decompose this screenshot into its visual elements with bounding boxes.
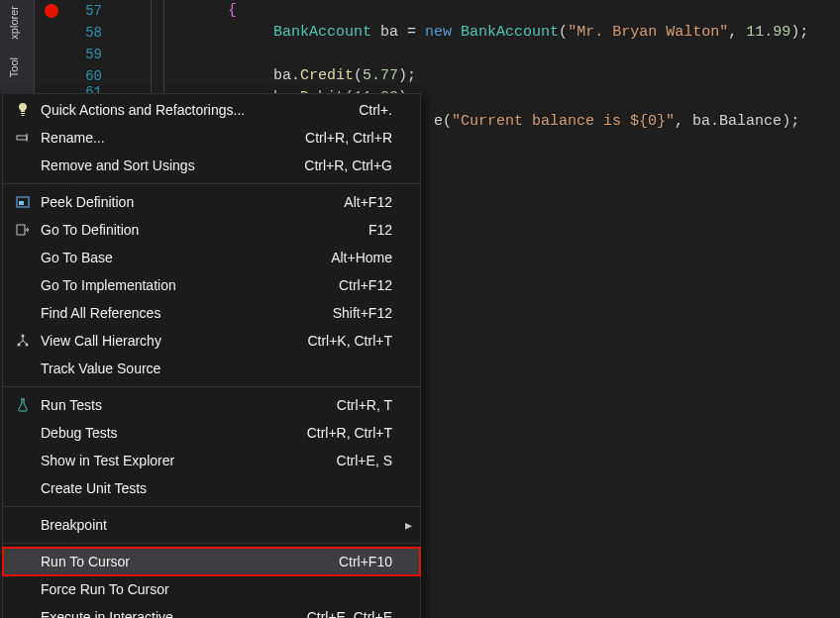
menu-item-shortcut: Alt+Home	[331, 250, 412, 265]
menu-separator	[3, 543, 420, 544]
code-line[interactable]: ba.Credit(5.77);	[139, 65, 840, 87]
peek-icon	[11, 194, 35, 210]
menu-item-find-all-references[interactable]: Find All ReferencesShift+F12	[3, 299, 420, 327]
menu-item-shortcut: Ctrl+R, T	[337, 397, 412, 413]
menu-item-go-to-base[interactable]: Go To BaseAlt+Home	[3, 244, 420, 271]
menu-item-execute-in-interactive[interactable]: Execute in InteractiveCtrl+E, Ctrl+E	[3, 603, 420, 618]
goto-icon	[11, 222, 35, 238]
menu-item-label: Debug Tests	[41, 425, 307, 441]
menu-item-shortcut: F12	[368, 222, 412, 238]
menu-item-label: Peek Definition	[41, 194, 344, 210]
chevron-right-icon: ▸	[405, 517, 412, 533]
menu-item-label: Force Run To Cursor	[41, 581, 412, 597]
menu-item-shortcut: Shift+F12	[333, 305, 412, 321]
menu-item-shortcut: Alt+F12	[344, 194, 412, 210]
menu-item-shortcut: Ctrl+R, Ctrl+R	[305, 130, 412, 146]
breakpoint-icon[interactable]	[45, 4, 58, 18]
menu-item-shortcut: Ctrl+F10	[339, 554, 412, 569]
context-menu: Quick Actions and Refactorings...Ctrl+.R…	[2, 93, 421, 618]
menu-item-label: Run To Cursor	[41, 554, 339, 569]
menu-item-remove-and-sort-usings[interactable]: Remove and Sort UsingsCtrl+R, Ctrl+G	[3, 152, 420, 179]
svg-rect-2	[19, 201, 24, 205]
menu-item-label: Run Tests	[41, 397, 337, 413]
menu-item-breakpoint[interactable]: Breakpoint▸	[3, 511, 420, 539]
menu-item-go-to-definition[interactable]: Go To DefinitionF12	[3, 216, 420, 244]
menu-item-label: Create Unit Tests	[41, 480, 412, 496]
menu-item-debug-tests[interactable]: Debug TestsCtrl+R, Ctrl+T	[3, 419, 420, 447]
menu-item-label: Go To Definition	[41, 222, 368, 238]
menu-separator	[3, 183, 420, 184]
rename-icon	[11, 130, 35, 146]
menu-item-label: Quick Actions and Refactorings...	[41, 102, 359, 118]
lightbulb-icon	[11, 102, 35, 118]
menu-item-peek-definition[interactable]: Peek DefinitionAlt+F12	[3, 188, 420, 216]
code-line[interactable]	[139, 44, 840, 65]
menu-item-label: Track Value Source	[41, 360, 412, 376]
menu-item-shortcut: Ctrl+K, Ctrl+T	[307, 333, 412, 349]
menu-item-run-tests[interactable]: Run TestsCtrl+R, T	[3, 391, 420, 419]
menu-item-show-in-test-explorer[interactable]: Show in Test ExplorerCtrl+E, S	[3, 447, 420, 474]
menu-item-label: Go To Implementation	[41, 277, 339, 293]
menu-item-track-value-source[interactable]: Track Value Source	[3, 355, 420, 382]
menu-item-view-call-hierarchy[interactable]: View Call HierarchyCtrl+K, Ctrl+T	[3, 327, 420, 355]
menu-item-run-to-cursor[interactable]: Run To CursorCtrl+F10	[3, 548, 420, 575]
side-panel: xplorer Tool	[0, 0, 35, 93]
menu-item-force-run-to-cursor[interactable]: Force Run To Cursor	[3, 575, 420, 603]
menu-item-shortcut: Ctrl+F12	[339, 277, 412, 293]
side-tab-toolbox[interactable]: Tool	[0, 52, 28, 83]
line-number-gutter: 57 58 59 60 61	[62, 0, 112, 97]
code-content[interactable]: { BankAccount ba = new BankAccount("Mr. …	[139, 0, 840, 97]
menu-item-shortcut: Ctrl+R, Ctrl+G	[304, 157, 412, 173]
side-tab-explorer[interactable]: xplorer	[0, 0, 28, 46]
menu-item-go-to-implementation[interactable]: Go To ImplementationCtrl+F12	[3, 271, 420, 299]
menu-item-shortcut: Ctrl+R, Ctrl+T	[307, 425, 412, 441]
menu-separator	[3, 506, 420, 507]
menu-item-shortcut: Ctrl+.	[359, 102, 412, 118]
code-line[interactable]: {	[139, 0, 840, 22]
menu-separator	[3, 386, 420, 387]
line-number: 59	[62, 44, 112, 65]
menu-item-label: Breakpoint	[41, 517, 412, 533]
menu-item-label: Remove and Sort Usings	[41, 157, 304, 173]
line-number: 57	[62, 0, 112, 22]
line-number: 58	[62, 22, 112, 44]
menu-item-shortcut: Ctrl+E, Ctrl+E	[307, 609, 412, 618]
menu-item-quick-actions-and-refactorings[interactable]: Quick Actions and Refactorings...Ctrl+.	[3, 96, 420, 124]
menu-item-rename[interactable]: Rename...Ctrl+R, Ctrl+R	[3, 124, 420, 152]
menu-item-label: Find All References	[41, 305, 333, 321]
svg-rect-3	[17, 225, 25, 235]
hierarchy-icon	[11, 333, 35, 349]
menu-item-label: View Call Hierarchy	[41, 333, 307, 349]
code-line[interactable]: BankAccount ba = new BankAccount("Mr. Br…	[139, 22, 840, 44]
flask-icon	[11, 397, 35, 413]
svg-rect-0	[17, 136, 27, 140]
menu-item-label: Execute in Interactive	[41, 609, 307, 618]
menu-item-shortcut: Ctrl+E, S	[337, 453, 412, 468]
menu-item-label: Show in Test Explorer	[41, 453, 337, 468]
menu-item-label: Go To Base	[41, 250, 331, 265]
menu-item-create-unit-tests[interactable]: Create Unit Tests	[3, 474, 420, 502]
menu-item-label: Rename...	[41, 130, 305, 146]
